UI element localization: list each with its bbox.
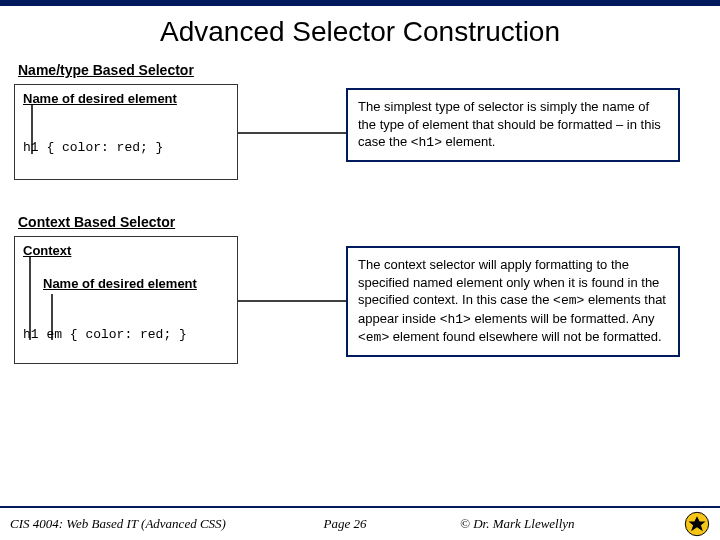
section1-pointer-line — [28, 104, 36, 154]
section2-area: Context Name of desired element h1 em { … — [0, 236, 720, 436]
section1-area: Name of desired element h1 { color: red;… — [0, 84, 720, 214]
footer-course: CIS 4004: Web Based IT (Advanced CSS) — [10, 516, 270, 532]
section2-expl-text: The context selector will apply formatti… — [358, 257, 666, 344]
page-title: Advanced Selector Construction — [0, 16, 720, 48]
section1-element-label: Name of desired element — [23, 91, 229, 106]
section1-connector-line — [238, 132, 346, 134]
section2-explanation-box: The context selector will apply formatti… — [346, 246, 680, 357]
section2-context-label: Context — [23, 243, 229, 258]
top-bar — [0, 0, 720, 6]
section1-heading: Name/type Based Selector — [18, 62, 720, 78]
footer-page: Page 26 — [270, 516, 420, 532]
section2-connector-line — [238, 300, 346, 302]
footer: CIS 4004: Web Based IT (Advanced CSS) Pa… — [0, 506, 720, 540]
section2-name-pointer — [48, 294, 56, 340]
section1-explanation-box: The simplest type of selector is simply … — [346, 88, 680, 162]
section1-left-box: Name of desired element h1 { color: red;… — [14, 84, 238, 180]
section2-context-pointer — [26, 256, 34, 340]
section2-name-label: Name of desired element — [43, 276, 229, 291]
footer-copyright: © Dr. Mark Llewellyn — [420, 516, 684, 532]
section2-heading: Context Based Selector — [18, 214, 720, 230]
section1-code: h1 { color: red; } — [23, 140, 229, 155]
section1-expl-text: The simplest type of selector is simply … — [358, 99, 661, 149]
ucf-logo-icon — [684, 511, 710, 537]
